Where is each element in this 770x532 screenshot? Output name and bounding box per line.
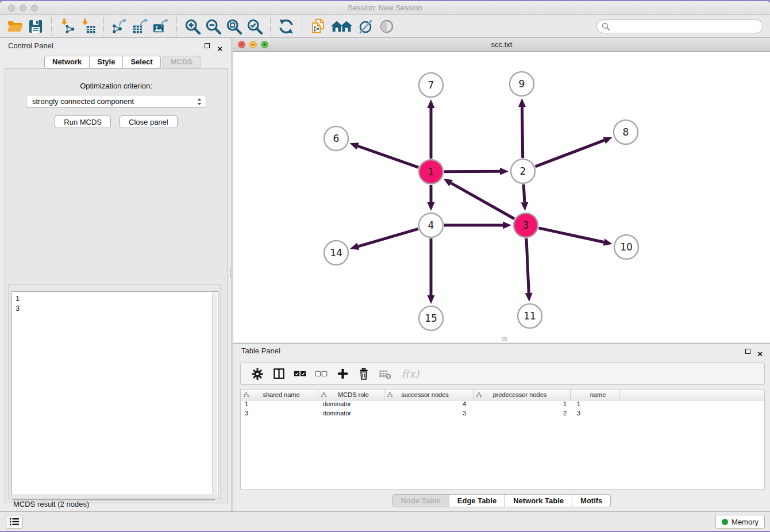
houses-icon [330, 18, 353, 34]
export-network-icon [111, 18, 128, 34]
mcds-result-title: MCDS result (2 nodes) [13, 499, 215, 500]
table-row[interactable]: 3dominator323 [241, 410, 764, 419]
show-view-button[interactable] [376, 17, 397, 36]
refresh-icon [278, 18, 294, 34]
search-input[interactable] [610, 21, 763, 32]
edge-1-6[interactable] [358, 146, 419, 167]
edge-2-3[interactable] [523, 184, 525, 202]
mcds-panel: Optimization criterion: strongly connect… [5, 68, 228, 503]
tab-mcds[interactable]: MCDS [163, 56, 201, 69]
delete-columns-button[interactable] [355, 365, 372, 383]
export-image-button[interactable] [151, 17, 171, 36]
edge-3-1[interactable] [451, 183, 514, 219]
column-header-name[interactable]: name [571, 390, 619, 400]
edge-3-10[interactable] [538, 228, 603, 242]
network-title: scc.txt [233, 40, 770, 49]
toolbar-separator [51, 17, 52, 36]
status-bar: Memory [0, 511, 770, 531]
table-cell[interactable]: 3 [384, 410, 473, 419]
save-session-button[interactable] [25, 17, 46, 36]
import-table-button[interactable] [78, 17, 98, 36]
edge-3-11[interactable] [526, 238, 529, 293]
import-network-button[interactable] [57, 17, 78, 36]
node-label-11: 11 [523, 310, 536, 322]
column-header-predecessor-nodes[interactable]: predecessor nodes [473, 390, 571, 400]
titlebar: Session: New Session [0, 1, 770, 15]
task-history-button[interactable] [6, 515, 23, 529]
tab-style[interactable]: Style [90, 56, 123, 68]
column-header-successor-nodes[interactable]: successor nodes [384, 390, 473, 400]
tab-network[interactable]: Network [44, 56, 90, 68]
edge-arrowhead [603, 137, 612, 144]
table-cell[interactable]: 3 [571, 410, 619, 419]
table-cell[interactable]: 2 [473, 410, 571, 419]
table-cell[interactable]: 3 [241, 410, 318, 419]
zoom-out-button[interactable] [203, 17, 224, 36]
refresh-view-button[interactable] [276, 17, 297, 36]
edge-4-14[interactable] [358, 229, 418, 246]
close-panel-button[interactable]: Close panel [120, 115, 178, 128]
column-header-shared-name[interactable]: shared name [241, 390, 318, 400]
float-panel-icon[interactable] [205, 43, 210, 48]
close-table-panel-icon[interactable]: × [757, 346, 763, 361]
open-session-button[interactable] [5, 17, 25, 36]
show-columns-button[interactable] [270, 365, 287, 383]
result-scrollbar[interactable] [212, 292, 217, 494]
zoom-selected-button[interactable] [244, 17, 265, 36]
table-row[interactable]: 1dominator411 [241, 400, 764, 410]
mcds-result-list[interactable]: 13 [11, 291, 218, 495]
tree-icon [476, 392, 482, 398]
table-cell[interactable]: 1 [473, 400, 571, 410]
canvas-splitter-handle[interactable] [502, 337, 507, 341]
table-mode-button[interactable] [249, 365, 266, 383]
table-cell[interactable]: 1 [241, 400, 318, 410]
tab-network-table[interactable]: Network Table [505, 494, 572, 507]
memory-button[interactable]: Memory [715, 515, 765, 529]
run-mcds-button[interactable]: Run MCDS [55, 115, 111, 128]
zoom-fit-button[interactable] [224, 17, 244, 36]
column-header-mcds-role[interactable]: MCDS role [318, 390, 384, 400]
show-all-button[interactable] [328, 17, 356, 36]
tab-edge-table[interactable]: Edge Table [449, 494, 505, 507]
export-image-icon [153, 18, 169, 34]
hide-details-button[interactable] [356, 17, 376, 36]
function-builder-button[interactable]: f(x) [398, 365, 423, 383]
export-table-button[interactable] [130, 17, 151, 36]
export-network-button[interactable] [109, 17, 130, 36]
float-table-panel-icon[interactable] [745, 349, 750, 354]
table-tabs: Node TableEdge TableNetwork TableMotifs [233, 494, 770, 507]
edge-arrowhead [350, 243, 359, 250]
import-network-icon [59, 18, 75, 34]
edge-2-9[interactable] [522, 107, 523, 158]
column-label: predecessor nodes [493, 391, 547, 398]
table-cell[interactable]: 1 [571, 400, 619, 410]
tab-select[interactable]: Select [123, 56, 160, 68]
table-toolbar: f(x) [240, 363, 765, 385]
zoom-in-button[interactable] [182, 17, 203, 36]
node-label-9: 9 [519, 78, 525, 90]
control-panel-tabs: NetworkStyleSelectMCDS [44, 56, 201, 69]
node-label-3: 3 [523, 219, 529, 231]
table-cell[interactable]: dominator [318, 410, 384, 419]
network-canvas[interactable]: 7968124314101511 [233, 52, 770, 342]
edge-arrowhead [428, 202, 435, 211]
add-column-button[interactable] [334, 365, 351, 383]
deselect-all-button[interactable] [313, 365, 330, 383]
table-cell[interactable]: 4 [384, 400, 473, 410]
close-panel-icon[interactable]: × [217, 41, 222, 57]
network-graph[interactable]: 7968124314101511 [233, 52, 770, 342]
edge-arrowhead [428, 295, 435, 304]
edge-1-2[interactable] [444, 171, 500, 172]
column-label: MCDS role [338, 391, 369, 398]
tab-motifs[interactable]: Motifs [572, 494, 611, 507]
node-label-4: 4 [428, 219, 434, 231]
tree-icon [387, 392, 393, 398]
select-all-button[interactable] [291, 365, 309, 383]
tab-node-table[interactable]: Node Table [392, 494, 449, 507]
table-cell[interactable]: dominator [318, 400, 384, 410]
plus-icon [337, 368, 348, 379]
criterion-dropdown[interactable]: strongly connected component [26, 95, 206, 108]
delete-table-button[interactable] [376, 365, 394, 383]
edge-2-8[interactable] [536, 140, 605, 167]
clone-network-button[interactable] [307, 17, 328, 36]
